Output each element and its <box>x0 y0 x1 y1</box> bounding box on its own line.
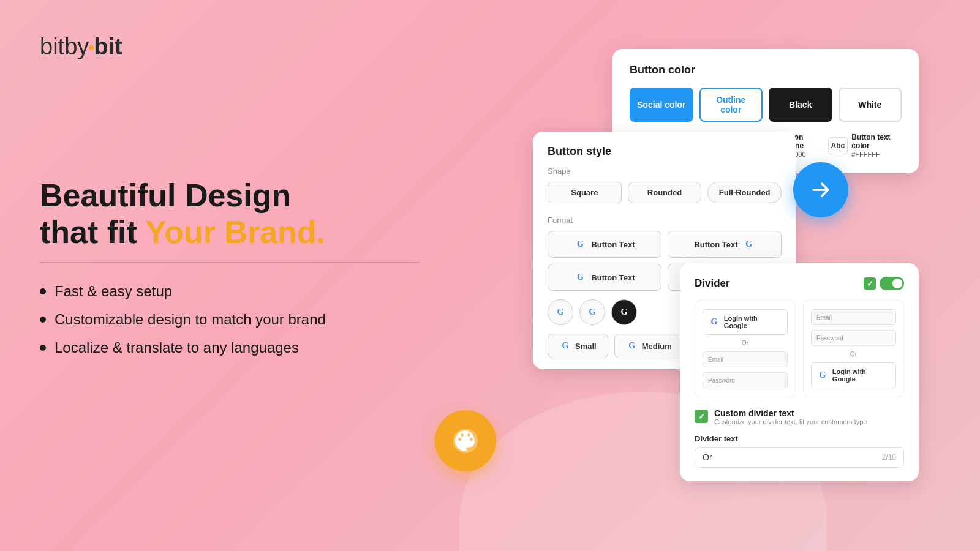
bullet-2 <box>40 317 46 323</box>
g-icon-circle-1: G <box>554 306 567 318</box>
format-btn-2-text: Button Text <box>694 240 737 249</box>
logo-bit: bit <box>40 34 64 59</box>
format-btn-3[interactable]: G Button Text <box>548 264 662 291</box>
format-label: Format <box>548 216 782 225</box>
hero-section: Beautiful Design that fit Your Brand. Fa… <box>40 178 444 356</box>
shape-square[interactable]: Square <box>548 182 622 203</box>
toggle-switch[interactable] <box>864 277 904 290</box>
hero-title-line2-plain: that fit <box>40 214 145 250</box>
shape-rounded[interactable]: Rounded <box>628 182 702 203</box>
button-color-title: Button color <box>630 64 902 77</box>
logo: bitbybit <box>40 34 123 60</box>
logo-by: by <box>64 34 89 59</box>
size-small[interactable]: G Small <box>548 334 608 358</box>
feature-item-3: Localize & translate to any languages <box>40 339 444 356</box>
g-size-medium: G <box>626 340 638 352</box>
shape-label: Shape <box>548 167 782 176</box>
icon-only-btn-2[interactable]: G <box>579 299 605 325</box>
custom-divider-text-desc: Customize your divider text, fit your cu… <box>714 418 867 425</box>
icon-only-btn-3[interactable]: G <box>611 299 637 325</box>
custom-divider-row: Custom divider text Customize your divid… <box>695 408 904 425</box>
button-style-title: Button style <box>548 145 782 158</box>
swatch-button-text-color: Abc Button text color #FFFFFF <box>828 133 902 159</box>
divider-input-row[interactable]: Or 2/10 <box>695 447 904 468</box>
login-card-left: G Login with Google Or Email Password <box>695 300 796 397</box>
format-btn-3-text: Button Text <box>591 273 635 282</box>
feature-item-2: Customizable design to match your brand <box>40 311 444 328</box>
arrow-icon <box>793 162 848 217</box>
g-icon-3: G <box>574 271 586 283</box>
white-color-button[interactable]: White <box>839 88 902 122</box>
toggle-check <box>864 277 876 290</box>
g-size-small: G <box>559 340 571 352</box>
login-or-left: Or <box>703 340 788 347</box>
g-icon-2: G <box>743 238 755 250</box>
bullet-1 <box>40 288 46 294</box>
outline-color-button[interactable]: Outline color <box>699 88 763 122</box>
divider-header: Divider <box>695 277 904 290</box>
feature-list: Fast & easy setup Customizable design to… <box>40 283 444 356</box>
divider-text-row: Divider text Or 2/10 <box>695 434 904 468</box>
email-input-right: Email <box>811 309 896 325</box>
panel-divider: Divider G Login with Google Or Email Pas… <box>680 263 919 481</box>
color-buttons-row: Social color Outline color Black White <box>630 88 902 122</box>
black-color-button[interactable]: Black <box>769 88 832 122</box>
hero-title-brand: Your Brand. <box>145 214 325 250</box>
feature-item-1: Fast & easy setup <box>40 283 444 300</box>
divider-text-field-label: Divider text <box>695 434 904 443</box>
shape-full-rounded[interactable]: Full-Rounded <box>707 182 782 203</box>
g-icon-login-right: G <box>816 369 829 381</box>
shape-row: Square Rounded Full-Rounded <box>548 182 782 203</box>
hero-divider <box>40 262 420 263</box>
login-or-right: Or <box>811 351 896 358</box>
hero-title: Beautiful Design that fit Your Brand. <box>40 178 444 251</box>
custom-divider-text-wrapper: Custom divider text Customize your divid… <box>714 408 867 425</box>
format-btn-1[interactable]: G Button Text <box>548 231 662 258</box>
password-input-right: Password <box>811 330 896 346</box>
g-icon-login-left: G <box>708 316 720 328</box>
login-google-bottom[interactable]: G Login with Google <box>811 362 896 388</box>
format-btn-2[interactable]: Button Text G <box>668 231 782 258</box>
custom-divider-text-label: Custom divider text <box>714 408 867 418</box>
g-icon-circle-3: G <box>618 306 630 318</box>
login-google-top[interactable]: G Login with Google <box>703 309 788 335</box>
login-preview: G Login with Google Or Email Password Em… <box>695 300 904 397</box>
abc-swatch[interactable]: Abc <box>828 137 848 154</box>
email-input-left: Email <box>703 351 788 367</box>
bullet-3 <box>40 345 46 351</box>
palette-icon <box>435 410 496 471</box>
logo-bit2: bit <box>94 34 122 59</box>
password-input-left: Password <box>703 372 788 388</box>
social-color-button[interactable]: Social color <box>630 88 693 122</box>
format-btn-1-text: Button Text <box>591 240 635 249</box>
divider-input-value: Or <box>703 452 712 462</box>
divider-input-count: 2/10 <box>882 453 896 462</box>
login-card-right: Email Password Or G Login with Google <box>803 300 904 397</box>
g-icon-circle-2: G <box>586 306 598 318</box>
g-icon-1: G <box>574 238 586 250</box>
hero-title-line1: Beautiful Design <box>40 178 291 213</box>
toggle-track[interactable] <box>880 277 904 290</box>
swatch-label-text-color: Button text color #FFFFFF <box>851 133 902 159</box>
divider-title: Divider <box>695 277 730 290</box>
size-medium[interactable]: G Medium <box>614 334 684 358</box>
custom-divider-check[interactable] <box>695 410 708 423</box>
icon-only-btn-1[interactable]: G <box>548 299 573 325</box>
